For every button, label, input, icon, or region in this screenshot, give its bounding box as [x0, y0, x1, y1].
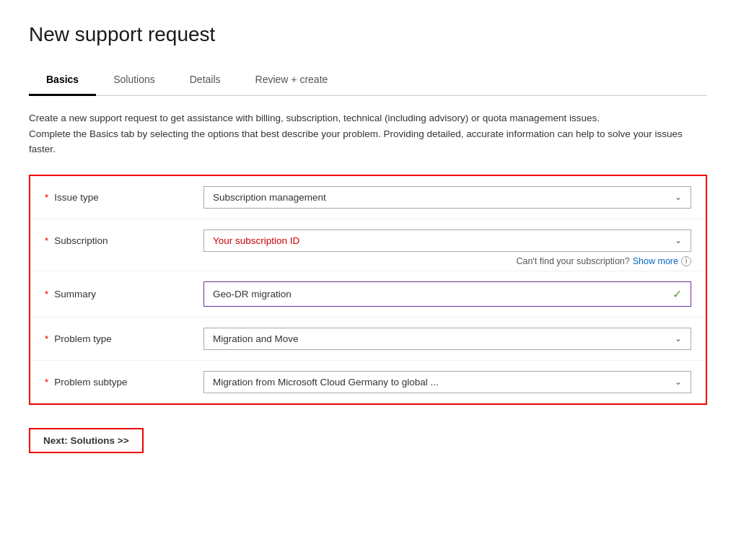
check-icon: ✓ — [673, 287, 682, 301]
problem-subtype-row: * Problem subtype Migration from Microso… — [30, 361, 706, 403]
subscription-value: Your subscription ID — [213, 235, 299, 246]
problem-subtype-field: Migration from Microsoft Cloud Germany t… — [203, 371, 691, 393]
description: Create a new support request to get assi… — [29, 110, 707, 157]
subscription-label: * Subscription — [45, 235, 203, 246]
issue-type-select[interactable]: Subscription management ⌄ — [203, 186, 691, 209]
summary-row: * Summary Geo-DR migration ✓ — [30, 271, 706, 318]
summary-label: * Summary — [45, 289, 203, 299]
next-solutions-button[interactable]: Next: Solutions >> — [29, 428, 144, 453]
issue-type-field: Subscription management ⌄ — [203, 186, 691, 209]
problem-subtype-label: * Problem subtype — [45, 377, 203, 388]
problem-type-select[interactable]: Migration and Move ⌄ — [203, 328, 691, 350]
problem-type-value: Migration and Move — [213, 333, 299, 344]
show-more-link[interactable]: Show more — [633, 256, 678, 266]
required-star-summary: * — [45, 289, 48, 299]
tab-basics[interactable]: Basics — [29, 66, 96, 96]
tabs-nav: Basics Solutions Details Review + create — [29, 66, 707, 96]
info-icon[interactable]: i — [681, 256, 691, 266]
required-star-sub: * — [45, 235, 48, 246]
form-box: * Issue type Subscription management ⌄ *… — [29, 175, 707, 405]
issue-type-row: * Issue type Subscription management ⌄ — [30, 176, 706, 219]
subscription-row-wrapper: * Subscription Your subscription ID ⌄ Ca… — [30, 219, 706, 271]
summary-input[interactable]: Geo-DR migration ✓ — [203, 281, 691, 307]
chevron-down-icon: ⌄ — [675, 192, 682, 202]
subscription-hint: Can't find your subscription? Show more … — [30, 255, 706, 271]
problem-type-field: Migration and Move ⌄ — [203, 328, 691, 350]
issue-type-value: Subscription management — [213, 192, 326, 203]
summary-value: Geo-DR migration — [213, 289, 292, 299]
problem-type-row: * Problem type Migration and Move ⌄ — [30, 318, 706, 361]
tab-details[interactable]: Details — [172, 66, 238, 96]
subscription-select[interactable]: Your subscription ID ⌄ — [203, 229, 691, 252]
problem-subtype-value: Migration from Microsoft Cloud Germany t… — [213, 377, 439, 388]
chevron-down-icon-sub: ⌄ — [675, 235, 682, 245]
subscription-row: * Subscription Your subscription ID ⌄ — [30, 219, 706, 255]
problem-subtype-select[interactable]: Migration from Microsoft Cloud Germany t… — [203, 371, 691, 393]
required-star-pt: * — [45, 333, 48, 344]
page-title: New support request — [29, 23, 707, 46]
tab-review-create[interactable]: Review + create — [238, 66, 346, 96]
tab-solutions[interactable]: Solutions — [96, 66, 172, 96]
problem-type-label: * Problem type — [45, 333, 203, 344]
chevron-down-icon-ps: ⌄ — [675, 377, 682, 387]
chevron-down-icon-pt: ⌄ — [675, 333, 682, 344]
subscription-field: Your subscription ID ⌄ — [203, 229, 691, 252]
summary-field: Geo-DR migration ✓ — [203, 281, 691, 307]
required-star-ps: * — [45, 377, 48, 388]
issue-type-label: * Issue type — [45, 192, 203, 203]
hint-text: Can't find your subscription? — [516, 256, 629, 266]
required-star: * — [45, 192, 48, 203]
